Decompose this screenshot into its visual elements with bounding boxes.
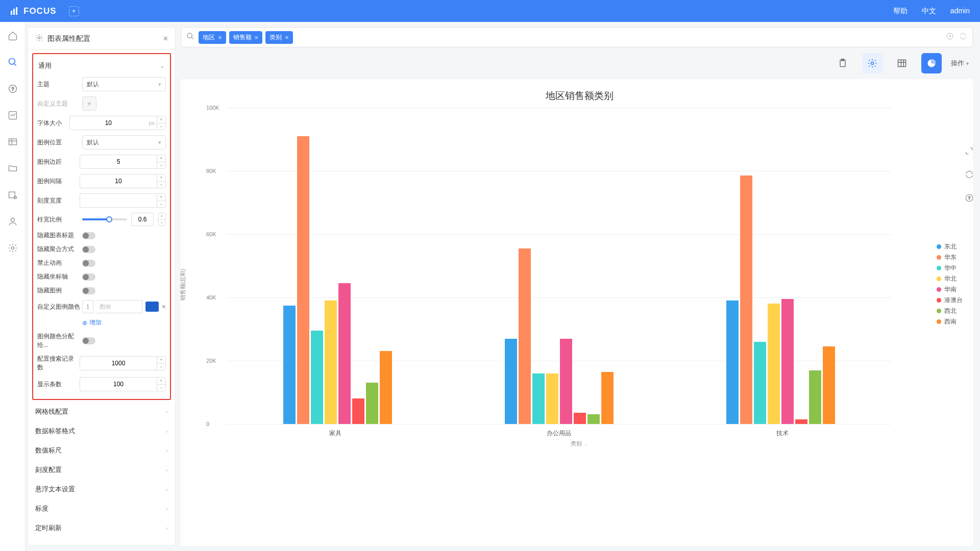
clipboard-icon[interactable] — [832, 53, 853, 73]
nav-help-icon[interactable]: ? — [7, 83, 18, 94]
bar[interactable] — [366, 383, 378, 424]
legend-item[interactable]: 港澳台 — [937, 296, 963, 305]
bar-ratio-slider[interactable] — [82, 218, 127, 220]
remove-tag-icon[interactable]: × — [218, 34, 222, 41]
bar[interactable] — [587, 414, 600, 424]
nav-settings-icon[interactable] — [7, 242, 18, 254]
bar[interactable] — [297, 136, 309, 424]
operate-menu[interactable]: 操作▾ — [951, 59, 969, 68]
legend-item[interactable]: 东北 — [937, 242, 963, 251]
legend-item[interactable]: 华南 — [937, 285, 963, 294]
bar[interactable] — [283, 306, 296, 424]
table-view-icon[interactable] — [892, 53, 912, 73]
bar[interactable] — [519, 248, 531, 424]
hide-title-toggle[interactable] — [82, 232, 95, 239]
legend-name-input[interactable]: 图例 — [96, 300, 142, 313]
color-assign-toggle[interactable] — [82, 337, 95, 344]
bar[interactable] — [795, 419, 807, 424]
search-tag[interactable]: 地区× — [199, 31, 226, 44]
collapsed-section[interactable]: 数值标尺› — [32, 441, 171, 460]
bar[interactable] — [311, 331, 323, 424]
remove-tag-icon[interactable]: × — [255, 34, 259, 41]
bar[interactable] — [352, 398, 364, 424]
nav-config-icon[interactable] — [7, 189, 18, 201]
legend-item[interactable]: 西北 — [937, 307, 963, 315]
search-limit-input[interactable] — [80, 356, 157, 370]
hide-legend-toggle[interactable] — [82, 287, 95, 294]
bar[interactable] — [823, 346, 835, 424]
margin-stepper[interactable]: +− — [157, 155, 166, 169]
svg-point-16 — [187, 33, 192, 38]
legend-gap-input[interactable] — [80, 174, 157, 188]
collapsed-section[interactable]: 悬浮文本设置› — [32, 480, 171, 499]
chart-view-icon[interactable] — [921, 53, 942, 73]
lang-link[interactable]: 中文 — [922, 7, 936, 16]
bar[interactable] — [560, 339, 572, 424]
bar[interactable] — [781, 299, 794, 424]
remove-legend-color[interactable]: × — [162, 303, 166, 311]
ratio-stepper[interactable]: +− — [158, 213, 166, 226]
no-anim-toggle[interactable] — [82, 260, 95, 267]
legend-margin-input[interactable] — [80, 155, 157, 169]
add-tab-button[interactable]: + — [69, 6, 79, 16]
add-legend-color[interactable]: ⊕增加 — [37, 318, 102, 327]
bar[interactable] — [601, 372, 614, 424]
nav-folder-icon[interactable] — [7, 163, 18, 174]
bar[interactable] — [726, 300, 739, 424]
legend-item[interactable]: 华中 — [937, 264, 963, 272]
collapsed-section[interactable]: 网格线配置› — [32, 402, 171, 421]
search-tag[interactable]: 类别× — [265, 31, 293, 44]
settings-icon[interactable] — [862, 53, 883, 73]
hide-axis-toggle[interactable] — [82, 273, 95, 281]
bar[interactable] — [809, 370, 821, 424]
add-theme-button[interactable]: + — [82, 96, 96, 111]
legend-pos-select[interactable]: 默认▾ — [82, 135, 166, 149]
bar[interactable] — [546, 373, 558, 424]
collapsed-section[interactable]: 刻度配置› — [32, 460, 171, 480]
limit-stepper[interactable]: +− — [157, 356, 166, 370]
legend-item[interactable]: 华北 — [937, 274, 963, 283]
user-link[interactable]: admin — [950, 7, 970, 16]
reload-icon[interactable] — [964, 169, 975, 180]
gap-stepper[interactable]: +− — [157, 174, 166, 188]
hide-agg-toggle[interactable] — [82, 246, 95, 253]
nav-user-icon[interactable] — [7, 216, 18, 227]
nav-chart-icon[interactable] — [7, 110, 18, 121]
count-stepper[interactable]: +− — [157, 377, 166, 391]
bar[interactable] — [325, 300, 337, 424]
bar[interactable] — [532, 373, 545, 424]
legend-item[interactable]: 华东 — [937, 253, 963, 262]
remove-tag-icon[interactable]: × — [285, 34, 289, 41]
bar-ratio-input[interactable] — [131, 213, 154, 226]
info-icon[interactable]: ? — [964, 192, 975, 204]
search-bar[interactable]: 地区×销售额×类别× — [181, 27, 973, 47]
bar[interactable] — [338, 283, 351, 424]
nav-table-icon[interactable] — [7, 136, 18, 147]
section-general[interactable]: 通用 ⌄ — [36, 57, 167, 74]
bar[interactable] — [754, 342, 766, 424]
font-size-stepper[interactable]: +− — [157, 116, 166, 130]
tick-stepper[interactable]: +− — [157, 193, 166, 208]
search-tag[interactable]: 销售额× — [229, 31, 263, 44]
nav-home-icon[interactable] — [7, 30, 18, 41]
theme-select[interactable]: 默认▾ — [82, 77, 166, 91]
bar[interactable] — [740, 176, 752, 424]
font-size-input[interactable] — [69, 116, 146, 130]
panel-close-button[interactable]: × — [163, 34, 168, 43]
bar[interactable] — [768, 304, 780, 424]
legend-item[interactable]: 西南 — [937, 317, 963, 326]
bar[interactable] — [574, 413, 586, 424]
collapsed-section[interactable]: 定时刷新› — [32, 518, 171, 538]
help-link[interactable]: 帮助 — [893, 7, 908, 16]
bar[interactable] — [505, 339, 517, 424]
bar[interactable] — [380, 351, 392, 424]
collapsed-section[interactable]: 数据标签格式› — [32, 421, 171, 441]
tick-width-input[interactable] — [80, 193, 157, 208]
expand-icon[interactable] — [964, 145, 975, 157]
refresh-icon[interactable] — [959, 32, 967, 42]
legend-color-swatch[interactable] — [145, 302, 159, 312]
nav-search-icon[interactable] — [7, 57, 18, 68]
display-count-input[interactable] — [80, 377, 157, 391]
collapsed-section[interactable]: 标度› — [32, 499, 171, 518]
clear-search-icon[interactable] — [946, 32, 954, 42]
